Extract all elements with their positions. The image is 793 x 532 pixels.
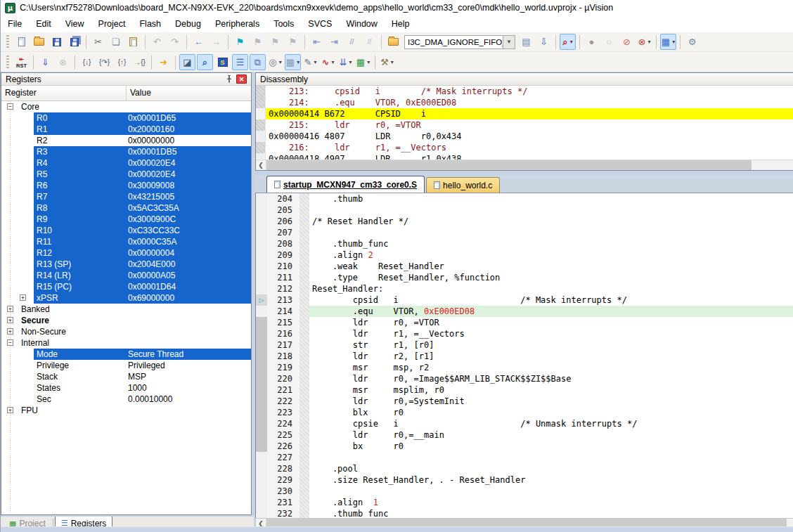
- breakpoint-margin[interactable]: [299, 508, 309, 518]
- register-row-r8[interactable]: R80x5AC3C35A: [1, 202, 251, 214]
- toolbox-button[interactable]: ⚒▾: [379, 54, 395, 70]
- disassembly-line[interactable]: 216: ldr r1, =__Vectors: [256, 142, 793, 153]
- register-row-r15-pc-[interactable]: R15 (PC)0x00001D64: [1, 281, 251, 292]
- cut-button[interactable]: ✂: [90, 34, 106, 50]
- register-row-r12[interactable]: R120x00000004: [1, 247, 251, 259]
- editor-line-215[interactable]: 215 ldr r0, =VTOR: [256, 317, 793, 328]
- register-row-r9[interactable]: R90x3000900C: [1, 214, 251, 225]
- dropdown-arrow-icon[interactable]: ▾: [279, 59, 282, 65]
- navigate-back-button[interactable]: ←: [191, 34, 207, 50]
- editor-line-214[interactable]: 214 .equ VTOR, 0xE000ED08: [256, 306, 793, 317]
- register-row-banked[interactable]: +Banked: [1, 304, 251, 315]
- open-file-button[interactable]: [31, 34, 47, 50]
- register-row-r1[interactable]: R10x20000160: [1, 124, 251, 135]
- editor-line-224[interactable]: 224 cpsie i /* Unmask interrupts */: [256, 418, 793, 429]
- editor-line-218[interactable]: 218 ldr r2, [r1]: [256, 351, 793, 362]
- dropdown-arrow-icon[interactable]: ▾: [367, 59, 370, 65]
- collapse-icon[interactable]: −: [7, 339, 13, 346]
- tab-startup-mcxn947-cm33-core0-s[interactable]: startup_MCXN947_cm33_core0.S: [266, 176, 425, 193]
- dropdown-arrow-icon[interactable]: ▾: [331, 59, 334, 65]
- menu-view[interactable]: View: [58, 17, 91, 31]
- register-row-r13-sp-[interactable]: R13 (SP)0x2004E000: [1, 259, 251, 270]
- breakpoint-margin[interactable]: [299, 339, 309, 351]
- register-row-non-secure[interactable]: +Non-Secure: [1, 326, 251, 337]
- register-row-r11[interactable]: R110x0000C35A: [1, 236, 251, 247]
- menu-edit[interactable]: Edit: [29, 17, 58, 31]
- breakpoint-margin[interactable]: [299, 216, 309, 227]
- register-row-core[interactable]: −Core: [1, 101, 251, 112]
- dropdown-arrow-icon[interactable]: ▾: [672, 39, 675, 45]
- breakpoint-margin[interactable]: [299, 317, 309, 328]
- breakpoint-margin[interactable]: [299, 205, 309, 216]
- menu-debug[interactable]: Debug: [168, 17, 208, 31]
- editor-line-231[interactable]: 231 .align 1: [256, 497, 793, 508]
- disassembly-line[interactable]: 215: ldr r0, =VTOR: [256, 119, 793, 131]
- editor-line-226[interactable]: 226 bx r0: [256, 441, 793, 452]
- system-viewer-button[interactable]: ▦▾: [355, 54, 371, 70]
- menu-file[interactable]: File: [1, 17, 29, 31]
- disassembly-line[interactable]: 0x00000416 4807 LDR r0,0x434: [256, 131, 793, 142]
- uncomment-button[interactable]: //: [361, 34, 378, 50]
- menu-flash[interactable]: Flash: [132, 17, 168, 31]
- editor-line-230[interactable]: 230: [256, 486, 793, 497]
- run-button[interactable]: ⇓: [37, 54, 53, 70]
- menu-help[interactable]: Help: [385, 17, 417, 31]
- breakpoint-margin[interactable]: [299, 384, 309, 396]
- expand-icon[interactable]: +: [7, 306, 13, 312]
- breakpoint-margin[interactable]: [299, 193, 309, 205]
- editor-line-219[interactable]: 219 msr msp, r2: [256, 362, 793, 373]
- toolbar-grip[interactable]: [6, 56, 9, 70]
- editor-line-221[interactable]: 221 msr msplim, r0: [256, 384, 793, 396]
- dropdown-arrow-icon[interactable]: ▾: [647, 39, 650, 45]
- editor-line-222[interactable]: 222 ldr r0,=SystemInit: [256, 396, 793, 407]
- register-row-r14-lr-[interactable]: R14 (LR)0x00000A05: [1, 270, 251, 281]
- disassembly-body[interactable]: 213: cpsid i /* Mask interrupts */ 214: …: [256, 86, 793, 160]
- register-row-fpu[interactable]: +FPU: [1, 405, 251, 416]
- clear-bookmarks-button[interactable]: ⚑: [285, 34, 301, 50]
- unindent-button[interactable]: ⇤: [309, 34, 325, 50]
- dropdown-arrow-icon[interactable]: ▾: [570, 39, 573, 45]
- menu-svcs[interactable]: SVCS: [301, 17, 339, 31]
- pin-icon[interactable]: [224, 74, 234, 84]
- tab-hello-world-c[interactable]: hello_world.c: [426, 177, 500, 193]
- editor-line-206[interactable]: 206/* Reset Handler */: [256, 216, 793, 227]
- breakpoint-margin[interactable]: [299, 463, 309, 474]
- undo-button[interactable]: ↶: [149, 34, 165, 50]
- start-stop-debug-button[interactable]: ⌕▾: [560, 34, 576, 50]
- menu-peripherals[interactable]: Peripherals: [208, 17, 266, 31]
- editor-line-204[interactable]: 204 .thumb: [256, 193, 793, 205]
- watch-window-button[interactable]: ◎▾: [267, 54, 283, 70]
- editor-line-216[interactable]: 216 ldr r1, =__Vectors: [256, 328, 793, 339]
- indent-button[interactable]: ⇥: [326, 34, 342, 50]
- breakpoint-margin[interactable]: [299, 283, 309, 294]
- editor-line-210[interactable]: 210 .weak Reset_Handler: [256, 261, 793, 272]
- register-row-r0[interactable]: R00x00001D65: [1, 112, 251, 124]
- breakpoint-margin[interactable]: [299, 407, 309, 418]
- editor-line-223[interactable]: 223 blx r0: [256, 407, 793, 418]
- register-row-r5[interactable]: R50x000020E4: [1, 169, 251, 180]
- command-window-button[interactable]: ◪: [179, 54, 195, 70]
- register-row-secure[interactable]: +Secure: [1, 315, 251, 326]
- menu-project[interactable]: Project: [91, 17, 133, 31]
- comment-button[interactable]: //: [344, 34, 360, 50]
- disassembly-line[interactable]: 214: .equ VTOR, 0xE000ED08: [256, 97, 793, 108]
- breakpoint-margin[interactable]: [299, 486, 309, 497]
- editor-line-228[interactable]: 228 .pool: [256, 463, 793, 474]
- breakpoint-margin[interactable]: [299, 227, 309, 238]
- breakpoint-margin[interactable]: [299, 306, 309, 317]
- editor-line-212[interactable]: 212Reset_Handler:: [256, 283, 793, 294]
- copy-button[interactable]: ❏: [108, 34, 124, 50]
- toolbar-grip[interactable]: [6, 35, 9, 49]
- register-row-r4[interactable]: R40x000020E4: [1, 157, 251, 169]
- register-row-r7[interactable]: R70x43215005: [1, 191, 251, 202]
- disassembly-line[interactable]: 0x00000414 B672 CPSID i: [256, 108, 793, 119]
- editor-line-207[interactable]: 207: [256, 227, 793, 238]
- editor-line-229[interactable]: 229 .size Reset_Handler, . - Reset_Handl…: [256, 474, 793, 486]
- define-combo[interactable]: I3C_DMA_IGNORE_FIFO_▼: [404, 35, 515, 49]
- breakpoint-margin[interactable]: [299, 441, 309, 452]
- register-row-stack[interactable]: StackMSP: [1, 371, 251, 382]
- scroll-left-icon[interactable]: ❮: [256, 160, 266, 170]
- editor-line-205[interactable]: 205: [256, 205, 793, 216]
- navigate-forward-button[interactable]: →: [208, 34, 224, 50]
- register-row-r2[interactable]: R20x00000000: [1, 135, 251, 146]
